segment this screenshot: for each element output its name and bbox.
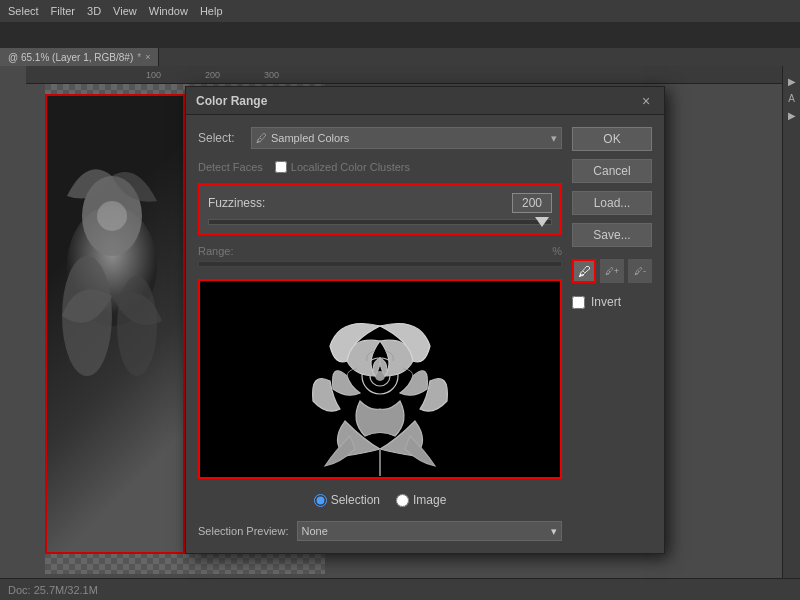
range-row: Range: % — [198, 245, 562, 257]
detect-options-row: Detect Faces Localized Color Clusters — [198, 161, 562, 173]
invert-row: Invert — [572, 295, 652, 309]
eyedropper-tools: 🖊 🖊+ 🖊- — [572, 259, 652, 283]
preview-image-section — [198, 279, 562, 479]
localized-checkbox-group: Localized Color Clusters — [275, 161, 410, 173]
range-slider-track[interactable] — [198, 261, 562, 267]
ruler-200: 200 — [205, 70, 220, 80]
eyedropper-icon-inline: 🖊 — [256, 132, 267, 144]
select-value: Sampled Colors — [271, 132, 551, 144]
fuzziness-label: Fuzziness: — [208, 196, 265, 210]
selection-radio-label[interactable]: Selection — [331, 493, 380, 507]
ruler-100: 100 — [146, 70, 161, 80]
svg-rect-5 — [57, 116, 167, 146]
fuzziness-section: Fuzziness: 200 — [198, 183, 562, 235]
preview-rose — [200, 281, 560, 477]
rose-svg-thumbnail — [57, 116, 167, 496]
eyedropper-sample-button[interactable]: 🖊 — [572, 259, 596, 283]
selection-preview-dropdown[interactable]: None ▾ — [297, 521, 563, 541]
detect-faces-label: Detect Faces — [198, 161, 263, 173]
fuzziness-row: Fuzziness: 200 — [208, 193, 552, 213]
image-radio-label[interactable]: Image — [413, 493, 446, 507]
tab-close-button[interactable]: × — [145, 52, 150, 62]
menu-select[interactable]: Select — [8, 5, 39, 17]
dialog-title: Color Range — [196, 94, 267, 108]
load-button[interactable]: Load... — [572, 191, 652, 215]
canvas-layer-preview — [45, 94, 185, 554]
preview-rose-svg — [265, 281, 495, 477]
image-radio-group: Image — [396, 493, 446, 507]
dialog-body: Select: 🖊 Sampled Colors ▾ Detect Faces … — [186, 115, 664, 553]
status-bar: Doc: 25.7M/32.1M — [0, 578, 800, 600]
image-radio[interactable] — [396, 494, 409, 507]
right-panel-icon-2[interactable]: A — [788, 93, 795, 104]
fuzziness-value[interactable]: 200 — [512, 193, 552, 213]
radio-row: Selection Image — [198, 493, 562, 507]
invert-label: Invert — [591, 295, 621, 309]
eyedropper-subtract-icon: 🖊- — [634, 266, 646, 276]
dialog-close-button[interactable]: × — [638, 93, 654, 109]
eyedropper-add-icon: 🖊+ — [605, 266, 619, 276]
svg-point-3 — [117, 276, 157, 376]
selection-preview-value: None — [302, 525, 552, 537]
selection-radio[interactable] — [314, 494, 327, 507]
eyedropper-sample-icon: 🖊 — [578, 264, 591, 279]
menu-filter[interactable]: Filter — [51, 5, 75, 17]
ruler-horizontal: 100 200 300 — [26, 66, 782, 84]
ruler-300: 300 — [264, 70, 279, 80]
ok-button[interactable]: OK — [572, 127, 652, 151]
menu-view[interactable]: View — [113, 5, 137, 17]
selection-preview-label: Selection Preview: — [198, 525, 289, 537]
save-button[interactable]: Save... — [572, 223, 652, 247]
localized-label: Localized Color Clusters — [291, 161, 410, 173]
localized-checkbox[interactable] — [275, 161, 287, 173]
menu-help[interactable]: Help — [200, 5, 223, 17]
menu-3d[interactable]: 3D — [87, 5, 101, 17]
svg-point-4 — [97, 201, 127, 231]
tab-label: @ 65.1% (Layer 1, RGB/8#) — [8, 52, 133, 63]
color-range-dialog: Color Range × Select: 🖊 Sampled Colors ▾ — [185, 86, 665, 554]
tab-bar: @ 65.1% (Layer 1, RGB/8#) * × — [0, 48, 800, 66]
range-section: Range: % — [198, 245, 562, 267]
range-unit: % — [552, 245, 562, 257]
select-row: Select: 🖊 Sampled Colors ▾ — [198, 127, 562, 149]
layer-content — [57, 116, 167, 496]
modified-indicator: * — [137, 52, 141, 63]
range-label: Range: — [198, 245, 233, 257]
selection-preview-chevron-icon: ▾ — [551, 525, 557, 538]
dialog-right-panel: OK Cancel Load... Save... 🖊 🖊+ 🖊- — [572, 127, 652, 541]
menu-bar: Select Filter 3D View Window Help — [0, 0, 800, 22]
select-chevron-icon: ▾ — [551, 132, 557, 145]
fuzziness-slider-track[interactable] — [208, 219, 552, 225]
dialog-titlebar[interactable]: Color Range × — [186, 87, 664, 115]
eyedropper-add-button[interactable]: 🖊+ — [600, 259, 624, 283]
dialog-left-panel: Select: 🖊 Sampled Colors ▾ Detect Faces … — [198, 127, 562, 541]
right-panel-icon-1[interactable]: ▶ — [788, 76, 796, 87]
canvas-tab[interactable]: @ 65.1% (Layer 1, RGB/8#) * × — [0, 48, 159, 66]
eyedropper-subtract-button[interactable]: 🖊- — [628, 259, 652, 283]
status-text: Doc: 25.7M/32.1M — [8, 584, 98, 596]
select-label: Select: — [198, 131, 243, 145]
select-dropdown[interactable]: 🖊 Sampled Colors ▾ — [251, 127, 562, 149]
menu-window[interactable]: Window — [149, 5, 188, 17]
cancel-button[interactable]: Cancel — [572, 159, 652, 183]
selection-preview-row: Selection Preview: None ▾ — [198, 521, 562, 541]
right-panel: ▶ A ▶ — [782, 66, 800, 578]
selection-radio-group: Selection — [314, 493, 380, 507]
invert-checkbox[interactable] — [572, 296, 585, 309]
fuzziness-slider-thumb[interactable] — [535, 217, 549, 227]
right-panel-icon-3[interactable]: ▶ — [788, 110, 796, 121]
